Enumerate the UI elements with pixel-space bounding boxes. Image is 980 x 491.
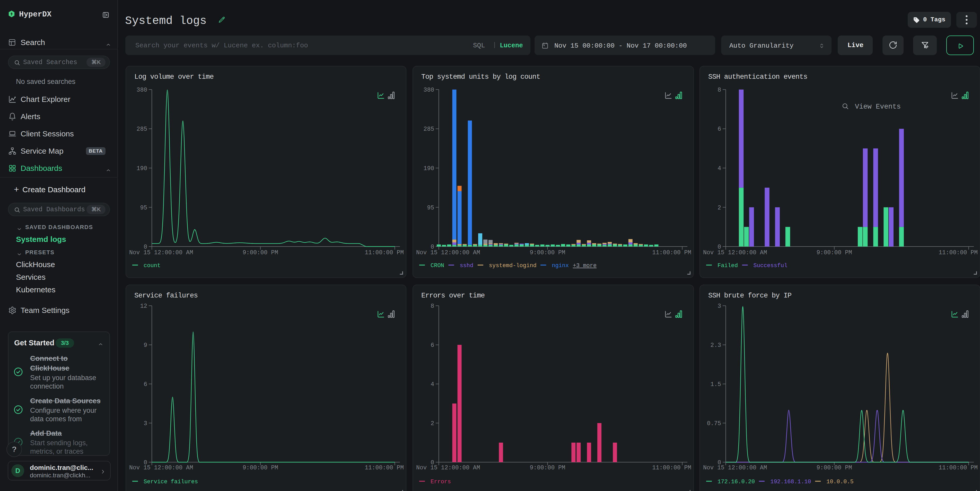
svg-text:9:00:00 PM: 9:00:00 PM — [816, 464, 852, 471]
svg-text:95: 95 — [427, 205, 434, 211]
svg-text:3: 3 — [718, 303, 721, 310]
svg-text:10.0.0.5: 10.0.0.5 — [826, 479, 854, 485]
svg-text:Failed: Failed — [718, 262, 738, 269]
svg-text:0.75: 0.75 — [707, 420, 721, 427]
svg-text:11:00:00 PM: 11:00:00 PM — [939, 249, 978, 256]
svg-text:11:00:00 PM: 11:00:00 PM — [939, 464, 978, 471]
svg-text:190: 190 — [137, 165, 147, 172]
svg-text:380: 380 — [423, 87, 434, 94]
svg-text:Nov 15 12:00:00 AM: Nov 15 12:00:00 AM — [703, 464, 767, 471]
svg-text:Nov 15 12:00:00 AM: Nov 15 12:00:00 AM — [416, 464, 480, 471]
svg-text:285: 285 — [423, 126, 434, 132]
svg-text:11:00:00 PM: 11:00:00 PM — [365, 249, 404, 256]
svg-text:9:00:00 PM: 9:00:00 PM — [530, 249, 565, 256]
svg-text:Nov 15 12:00:00 AM: Nov 15 12:00:00 AM — [703, 249, 767, 256]
svg-text:12: 12 — [140, 303, 147, 310]
svg-text:CRON: CRON — [431, 262, 444, 269]
svg-text:172.16.0.20: 172.16.0.20 — [718, 479, 755, 485]
svg-text:sshd: sshd — [460, 262, 473, 269]
svg-text:2.3: 2.3 — [711, 342, 721, 349]
svg-text:+3 more: +3 more — [573, 262, 597, 269]
svg-text:1.5: 1.5 — [711, 381, 721, 388]
svg-text:8: 8 — [718, 87, 721, 94]
svg-text:6: 6 — [431, 342, 434, 349]
svg-text:11:00:00 PM: 11:00:00 PM — [365, 464, 404, 471]
svg-text:192.168.1.10: 192.168.1.10 — [770, 479, 811, 485]
svg-text:Service failures: Service failures — [143, 479, 198, 485]
svg-text:3: 3 — [143, 420, 147, 427]
svg-text:9:00:00 PM: 9:00:00 PM — [243, 249, 278, 256]
svg-text:9:00:00 PM: 9:00:00 PM — [816, 249, 852, 256]
svg-text:systemd-logind: systemd-logind — [489, 262, 536, 269]
svg-text:285: 285 — [137, 126, 147, 132]
svg-text:11:00:00 PM: 11:00:00 PM — [652, 464, 691, 471]
svg-text:9:00:00 PM: 9:00:00 PM — [530, 464, 565, 471]
svg-text:nginx: nginx — [552, 262, 569, 269]
svg-text:6: 6 — [143, 381, 147, 388]
svg-text:8: 8 — [431, 303, 434, 310]
svg-text:Nov 15 12:00:00 AM: Nov 15 12:00:00 AM — [416, 249, 480, 256]
svg-text:190: 190 — [423, 165, 434, 172]
svg-text:9:00:00 PM: 9:00:00 PM — [243, 464, 278, 471]
svg-text:9: 9 — [143, 342, 147, 349]
svg-text:Successful: Successful — [754, 262, 788, 269]
svg-text:4: 4 — [718, 165, 721, 172]
svg-text:2: 2 — [431, 420, 434, 427]
svg-text:6: 6 — [718, 126, 721, 132]
svg-text:Errors: Errors — [431, 479, 451, 485]
svg-text:4: 4 — [431, 381, 434, 388]
svg-text:Nov 15 12:00:00 AM: Nov 15 12:00:00 AM — [129, 249, 193, 256]
svg-text:2: 2 — [718, 205, 721, 211]
svg-text:Nov 15 12:00:00 AM: Nov 15 12:00:00 AM — [129, 464, 193, 471]
svg-text:11:00:00 PM: 11:00:00 PM — [652, 249, 691, 256]
svg-text:380: 380 — [137, 87, 147, 94]
svg-text:count: count — [143, 262, 161, 269]
svg-text:95: 95 — [140, 205, 147, 211]
